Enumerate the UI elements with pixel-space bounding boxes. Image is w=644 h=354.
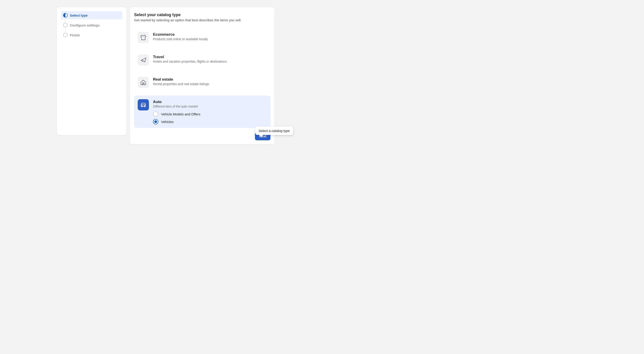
option-title: Auto (153, 100, 267, 104)
option-description: Products sold online or available locall… (153, 37, 208, 41)
svg-point-1 (142, 105, 142, 106)
radio-vehicle-models-offers[interactable]: Vehicle Models and Offers (153, 111, 267, 117)
radio-dot-icon (154, 120, 157, 123)
auto-sub-options: Vehicle Models and Offers Vehicles (153, 111, 267, 124)
car-icon (138, 99, 149, 110)
option-title: Ecommerce (153, 32, 208, 37)
page-subtitle: Get started by selecting an option that … (134, 18, 270, 22)
footer: Next (134, 132, 270, 140)
option-ecommerce[interactable]: Ecommerce Products sold online or availa… (134, 28, 270, 47)
option-description: Different tiers of the auto market (153, 105, 267, 108)
main-card: Select your catalog type Get started by … (130, 7, 274, 144)
step-finish[interactable]: Finish (61, 31, 122, 39)
tooltip-select-catalog-type: Select a catalog type (256, 127, 293, 135)
option-auto[interactable]: Auto Different tiers of the auto market … (134, 96, 270, 128)
tshirt-icon (138, 32, 149, 43)
step-configure-settings[interactable]: Configure settings (61, 21, 122, 29)
option-title: Real estate (153, 77, 209, 82)
option-real-estate[interactable]: $ Real estate Rental properties and real… (134, 73, 270, 92)
option-text: Real estate Rental properties and real e… (153, 77, 209, 86)
radio-label: Vehicle Models and Offers (161, 112, 200, 116)
airplane-icon (138, 54, 149, 65)
steps-card: Select type Configure settings Finish (57, 7, 126, 135)
radio-icon (153, 119, 158, 124)
step-indicator-icon (63, 23, 68, 27)
page-root: Select type Configure settings Finish Se… (57, 0, 644, 144)
svg-text:$: $ (143, 82, 144, 84)
step-indicator-icon (63, 33, 68, 37)
step-label: Select type (70, 13, 88, 17)
radio-vehicles[interactable]: Vehicles (153, 119, 267, 124)
option-text: Travel Hotels and vacation properties, f… (153, 54, 227, 63)
step-select-type[interactable]: Select type (61, 11, 122, 19)
option-text: Auto Different tiers of the auto market … (153, 99, 267, 124)
catalog-type-list: Ecommerce Products sold online or availa… (134, 28, 270, 128)
step-label: Configure settings (70, 23, 100, 27)
radio-icon (153, 111, 158, 117)
option-text: Ecommerce Products sold online or availa… (153, 32, 208, 41)
svg-point-2 (144, 105, 145, 106)
option-description: Hotels and vacation properties, flights … (153, 60, 227, 63)
page-title: Select your catalog type (134, 12, 270, 17)
option-travel[interactable]: Travel Hotels and vacation properties, f… (134, 51, 270, 69)
step-indicator-icon (63, 13, 68, 17)
option-description: Rental properties and real estate listin… (153, 82, 209, 86)
step-label: Finish (70, 33, 80, 37)
option-title: Travel (153, 55, 227, 59)
radio-label: Vehicles (161, 120, 174, 124)
house-icon: $ (138, 77, 149, 88)
